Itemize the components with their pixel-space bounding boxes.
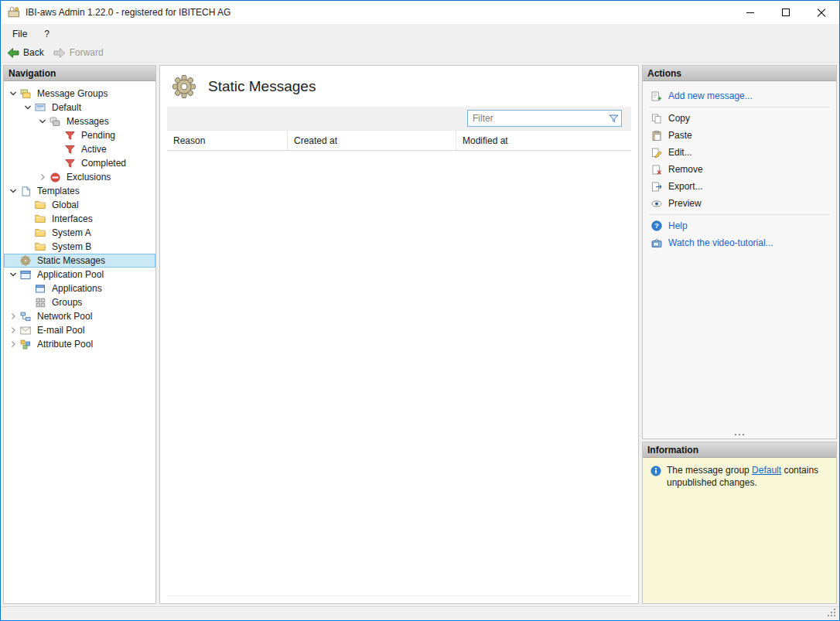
chevron-placeholder [22, 200, 34, 210]
default-group-link[interactable]: Default [752, 465, 781, 476]
tree-item-applications[interactable]: Applications [4, 281, 155, 295]
minimize-icon [746, 12, 754, 13]
close-icon [817, 8, 826, 17]
chevron-placeholder [51, 158, 63, 169]
tree-item-email-pool[interactable]: E-mail Pool [4, 323, 155, 337]
forward-button[interactable]: Forward [53, 47, 104, 59]
export-icon [650, 182, 662, 192]
chevron-expanded-icon[interactable] [36, 116, 49, 127]
action-preview[interactable]: Preview [643, 195, 836, 212]
title-bar[interactable]: IBI-aws Admin 1.22.0 - registered for IB… [1, 1, 839, 24]
tree-item-label: Pending [79, 129, 118, 142]
window-title: IBI-aws Admin 1.22.0 - registered for IB… [26, 7, 230, 18]
tree-item-label: Exclusions [64, 171, 113, 183]
action-edit[interactable]: Edit... [643, 144, 836, 161]
folder-icon [34, 200, 46, 210]
forward-label: Forward [70, 47, 104, 58]
column-header-reason[interactable]: Reason [167, 131, 288, 150]
action-label: Watch the video-tutorial... [668, 237, 773, 248]
tree-item-attribute-pool[interactable]: Attribute Pool [4, 337, 155, 351]
chevron-collapsed-icon[interactable] [7, 325, 19, 336]
action-watch-video-tutorial[interactable]: Watch the video-tutorial... [643, 234, 836, 251]
chevron-collapsed-icon[interactable] [7, 311, 19, 322]
workspace: Navigation Message Groups Default Messag… [1, 63, 839, 606]
tree-item-system-a[interactable]: System A [4, 226, 155, 240]
action-export[interactable]: Export... [643, 178, 836, 195]
tree-item-application-pool[interactable]: Application Pool [4, 268, 155, 281]
static-messages-icon [19, 255, 32, 266]
exclusions-icon [49, 172, 61, 183]
preview-icon [650, 199, 662, 209]
tree-item-exclusions[interactable]: Exclusions [4, 170, 155, 184]
remove-icon [650, 165, 662, 175]
filter-input[interactable] [468, 111, 606, 126]
chevron-placeholder [22, 213, 34, 224]
network-pool-icon [19, 311, 32, 322]
filter-pending-icon [63, 130, 76, 141]
filter-funnel-icon[interactable] [606, 114, 621, 124]
tree-item-network-pool[interactable]: Network Pool [4, 309, 155, 323]
panel-splitter[interactable] [643, 430, 836, 438]
video-icon [650, 238, 662, 248]
actions-panel: Actions Add new message... Copy Paste [642, 65, 837, 439]
tree-item-active[interactable]: Active [4, 142, 155, 156]
folder-icon [34, 213, 46, 224]
action-help[interactable]: ? Help [643, 217, 836, 234]
tree-item-global[interactable]: Global [4, 198, 155, 212]
tree-item-label: Message Groups [35, 87, 110, 100]
table-header-row: Reason Created at Modified at [167, 130, 631, 151]
back-button[interactable]: Back [7, 47, 44, 59]
chevron-collapsed-icon[interactable] [36, 172, 49, 183]
page-title: Static Messages [208, 78, 316, 95]
tree-item-label: Network Pool [35, 310, 94, 322]
menu-file[interactable]: File [4, 24, 36, 43]
table-body-empty[interactable] [167, 151, 631, 595]
svg-text:?: ? [654, 221, 659, 230]
gear-icon [172, 74, 196, 99]
column-header-modified-at[interactable]: Modified at [456, 131, 631, 150]
action-remove[interactable]: Remove [643, 161, 836, 178]
toolbar: Back Forward [1, 43, 839, 63]
menu-bar: File ? [1, 24, 839, 43]
chevron-placeholder [22, 283, 34, 294]
messages-table: Reason Created at Modified at [167, 107, 631, 596]
copy-icon [650, 114, 662, 124]
forward-arrow-icon [53, 47, 66, 59]
tree-item-messages[interactable]: Messages [4, 114, 155, 128]
tree-item-label: Interfaces [50, 213, 95, 225]
action-label: Export... [668, 181, 703, 192]
info-icon [650, 465, 661, 489]
info-text-before: The message group [667, 465, 752, 476]
tree-item-interfaces[interactable]: Interfaces [4, 212, 155, 226]
tree-item-static-messages[interactable]: Static Messages [4, 254, 155, 268]
filter-completed-icon [63, 158, 76, 169]
tree-item-message-groups[interactable]: Message Groups [4, 87, 155, 101]
information-panel: Information The message group Default co… [642, 442, 837, 604]
separator [649, 214, 830, 215]
navigation-panel: Navigation Message Groups Default Messag… [3, 65, 156, 604]
chevron-expanded-icon[interactable] [7, 186, 19, 196]
close-button[interactable] [804, 1, 839, 24]
tree-item-label: System A [50, 227, 94, 239]
column-header-created-at[interactable]: Created at [288, 131, 456, 150]
tree-item-system-b[interactable]: System B [4, 240, 155, 254]
add-message-icon [650, 91, 662, 101]
tree-item-pending[interactable]: Pending [4, 128, 155, 142]
action-paste[interactable]: Paste [643, 127, 836, 144]
chevron-expanded-icon[interactable] [7, 269, 19, 280]
tree-item-templates[interactable]: Templates [4, 184, 155, 198]
chevron-expanded-icon[interactable] [7, 88, 19, 99]
chevron-expanded-icon[interactable] [22, 102, 34, 113]
tree-item-default[interactable]: Default [4, 101, 155, 114]
action-add-new-message[interactable]: Add new message... [643, 87, 836, 104]
maximize-button[interactable] [768, 1, 804, 24]
information-header: Information [643, 442, 836, 458]
action-copy[interactable]: Copy [643, 110, 836, 127]
minimize-button[interactable] [732, 1, 768, 24]
resize-grip[interactable] [834, 615, 835, 616]
menu-help[interactable]: ? [36, 24, 58, 43]
tree-item-completed[interactable]: Completed [4, 156, 155, 170]
templates-icon [19, 186, 32, 196]
chevron-collapsed-icon[interactable] [7, 339, 19, 350]
tree-item-groups[interactable]: Groups [4, 295, 155, 309]
